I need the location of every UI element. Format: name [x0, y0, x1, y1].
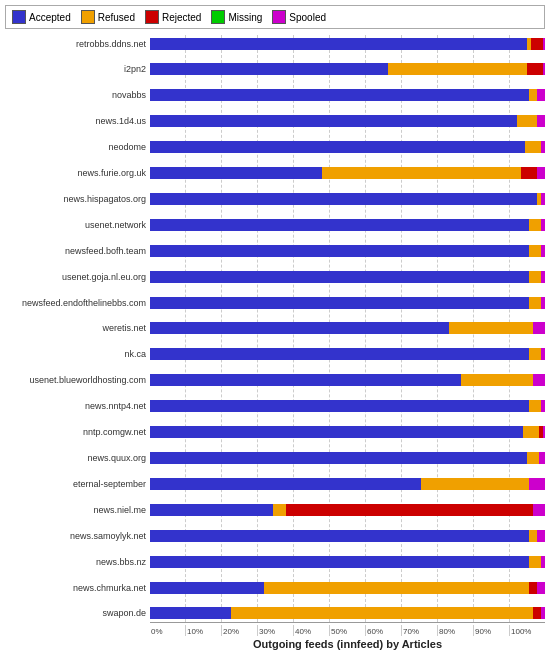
accepted-segment — [150, 322, 449, 334]
chart-container: Accepted Refused Rejected Missing Spoole… — [0, 0, 550, 655]
spooled-segment — [537, 582, 545, 594]
table-row: weretis.net5448260 — [5, 320, 545, 337]
accepted-segment — [150, 219, 529, 231]
refused-segment — [523, 426, 539, 438]
refused-segment — [273, 504, 285, 516]
bar-area: 6644266 — [150, 271, 545, 283]
refused-segment — [529, 245, 541, 257]
accepted-segment — [150, 374, 461, 386]
rejected-segment — [286, 504, 533, 516]
table-row: usenet.goja.nl.eu.org6644266 — [5, 268, 545, 285]
refused-segment — [529, 271, 541, 283]
spooled-segment — [541, 271, 545, 283]
bar-area: 7102392 — [150, 115, 545, 127]
bar-track: 7041257 — [150, 400, 545, 412]
row-label: retrobbs.ddns.net — [5, 39, 150, 49]
row-label: usenet.goja.nl.eu.org — [5, 272, 150, 282]
bar-track: 7115233 — [150, 556, 545, 568]
refused-segment — [529, 400, 541, 412]
x-axis: 0%10%20%30%40%50%60%70%80%90%100% — [150, 622, 545, 636]
rejected-segment — [533, 607, 541, 619]
legend-item-rejected: Rejected — [145, 10, 201, 24]
missing-color-box — [211, 10, 225, 24]
refused-segment — [264, 582, 529, 594]
refused-segment — [529, 297, 541, 309]
table-row: novabbs56801553 — [5, 87, 545, 104]
refused-segment — [529, 89, 537, 101]
bar-area: 7041257 — [150, 400, 545, 412]
table-row: neodome6654361 — [5, 139, 545, 156]
accepted-segment — [150, 63, 388, 75]
bar-area: 56801553 — [150, 89, 545, 101]
table-row: news.hispagatos.org6934316 — [5, 190, 545, 207]
bar-track: 6666277 — [150, 219, 545, 231]
x-axis-title: Outgoing feeds (innfeed) by Articles — [150, 638, 545, 650]
refused-segment — [421, 478, 529, 490]
table-row: nk.ca7100258 — [5, 346, 545, 363]
refused-segment — [529, 348, 541, 360]
bar-track: 6805256 — [150, 426, 545, 438]
row-label: news.niel.me — [5, 505, 150, 515]
bar-area: 6654361 — [150, 141, 545, 153]
bar-track: 2269215 — [150, 582, 545, 594]
bar-track: 7100258 — [150, 348, 545, 360]
bar-track: 67056068 — [150, 38, 545, 50]
row-label: novabbs — [5, 90, 150, 100]
x-tick: 0% — [150, 625, 185, 636]
spooled-segment — [537, 167, 545, 179]
table-row: news.quux.org6627252 — [5, 450, 545, 467]
refused-segment — [529, 556, 541, 568]
bar-area: 6666277 — [150, 219, 545, 231]
legend-label-spooled: Spooled — [289, 12, 326, 23]
table-row: news.furie.org.uk3405361 — [5, 165, 545, 182]
bar-track: 5448260 — [150, 322, 545, 334]
row-label: eternal-september — [5, 479, 150, 489]
spooled-segment — [533, 504, 545, 516]
table-row: swapon.de1680146 — [5, 605, 545, 622]
spooled-segment — [541, 556, 545, 568]
legend-item-refused: Refused — [81, 10, 135, 24]
legend: Accepted Refused Rejected Missing Spoole… — [5, 5, 545, 29]
table-row: i2pn263794762 — [5, 61, 545, 78]
spooled-segment — [541, 607, 545, 619]
row-label: newsfeed.bofh.team — [5, 246, 150, 256]
accepted-segment — [150, 607, 231, 619]
bar-area: 5705258 — [150, 374, 545, 386]
bar-area: 63794762 — [150, 63, 545, 75]
table-row: news.chmurka.net2269215 — [5, 579, 545, 596]
row-label: usenet.network — [5, 220, 150, 230]
bar-area: 6838233 — [150, 530, 545, 542]
accepted-segment — [150, 530, 529, 542]
legend-label-accepted: Accepted — [29, 12, 71, 23]
table-row: newsfeed.endofthelinebbs.com7121264 — [5, 294, 545, 311]
bar-area: 6813274 — [150, 245, 545, 257]
x-tick: 70% — [401, 625, 437, 636]
chart-area: retrobbs.ddns.net67056068i2pn263794762no… — [5, 35, 545, 650]
bar-track: 6654361 — [150, 141, 545, 153]
row-label: i2pn2 — [5, 64, 150, 74]
row-label: news.samoylyk.net — [5, 531, 150, 541]
bar-area: 67056068 — [150, 38, 545, 50]
row-label: swapon.de — [5, 608, 150, 618]
bar-track: 2273242 — [150, 504, 545, 516]
row-label: newsfeed.endofthelinebbs.com — [5, 298, 150, 308]
row-label: news.hispagatos.org — [5, 194, 150, 204]
accepted-segment — [150, 38, 527, 50]
spooled-segment — [539, 452, 545, 464]
x-tick: 50% — [329, 625, 365, 636]
accepted-segment — [150, 504, 273, 516]
spooled-segment — [537, 115, 545, 127]
legend-item-missing: Missing — [211, 10, 262, 24]
spooled-segment — [543, 63, 545, 75]
table-row: newsfeed.bofh.team6813274 — [5, 242, 545, 259]
row-label: nntp.comgw.net — [5, 427, 150, 437]
bar-area: 3405361 — [150, 167, 545, 179]
x-tick: 100% — [509, 625, 545, 636]
table-row: usenet.blueworldhosting.com5705258 — [5, 372, 545, 389]
refused-segment — [527, 452, 539, 464]
accepted-segment — [150, 193, 537, 205]
refused-segment — [529, 219, 541, 231]
bar-track: 6644266 — [150, 271, 545, 283]
bar-track: 56801553 — [150, 89, 545, 101]
spooled-segment — [541, 193, 545, 205]
